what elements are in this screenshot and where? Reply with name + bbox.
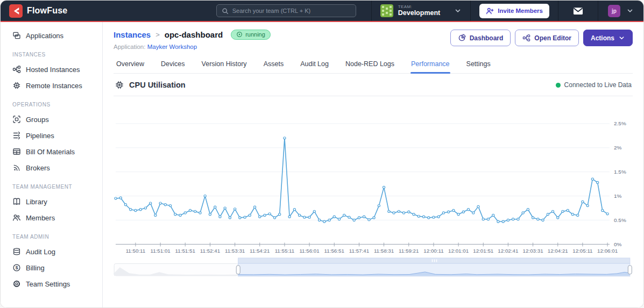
svg-text:2.5%: 2.5% [614,120,626,126]
open-editor-button[interactable]: Open Editor [515,30,579,46]
team-search[interactable] [216,4,356,17]
actions-button-label: Actions [591,34,614,42]
sidebar-item-label: Remote Instances [26,82,82,90]
invite-members-section: Invite Members [470,1,558,21]
sidebar-item-members[interactable]: Members [1,210,102,226]
mail-icon[interactable] [569,5,587,17]
chevron-down-icon [454,7,462,15]
svg-text:11:54:21: 11:54:21 [250,248,270,254]
user-avatar: jp [608,5,620,17]
hosted-instances-icon [12,65,21,74]
svg-text:12:00:11: 12:00:11 [423,248,443,254]
sidebar-item-audit-log[interactable]: Audit Log [1,243,102,260]
tab-version-history[interactable]: Version History [201,57,247,73]
top-navbar: FlowFuse TEAM: Development [1,1,643,21]
panel-title: CPU Utilisation [129,81,186,89]
sidebar-item-applications[interactable]: Applications [1,27,102,44]
chevron-down-icon [618,34,625,41]
brokers-icon [12,163,21,172]
sidebar-item-label: Billing [26,264,45,272]
breadcrumb-separator: > [155,31,160,39]
applications-icon [12,31,21,40]
svg-text:11:56:01: 11:56:01 [299,248,319,254]
team-label: TEAM: [398,4,441,9]
sidebar-section-team-admin: TEAM ADMIN [1,226,102,243]
main-content: Instances > opc-dashboard running Applic… [103,22,643,307]
flowfuse-logo-icon [9,4,23,18]
svg-text:2%: 2% [614,145,622,151]
breadcrumb-instances-link[interactable]: Instances [114,30,151,39]
sidebar-item-label: Applications [26,32,63,40]
application-link[interactable]: Mayker Workshop [147,44,197,50]
live-status-dot-icon [556,83,561,88]
billing-icon: $ [12,263,21,272]
sidebar-item-remote-instances[interactable]: Remote Instances [1,77,102,94]
tab-assets[interactable]: Assets [263,57,285,73]
team-selector[interactable]: TEAM: Development [371,1,471,21]
tab-settings[interactable]: Settings [466,57,491,73]
application-row: Application: Mayker Workshop [114,44,271,50]
sidebar-item-bill-of-materials[interactable]: Bill Of Materials [1,144,102,160]
pipelines-icon [12,131,21,140]
sidebar: ApplicationsINSTANCESHosted InstancesRem… [1,22,103,307]
invite-members-label: Invite Members [498,8,543,14]
brand[interactable]: FlowFuse [1,1,75,21]
cpu-chip-icon [115,80,124,90]
sidebar-item-brokers[interactable]: Brokers [1,160,102,176]
sidebar-item-groups[interactable]: Groups [1,111,102,127]
svg-text:11:50:11: 11:50:11 [126,248,146,254]
dashboard-button[interactable]: Dashboard [450,30,511,46]
brand-name: FlowFuse [27,6,67,16]
svg-text:11:52:41: 11:52:41 [200,248,220,254]
sidebar-item-label: Pipelines [26,132,54,140]
library-icon [12,197,21,206]
tab-performance[interactable]: Performance [411,57,450,73]
sidebar-item-label: Audit Log [26,248,55,256]
tab-node-red-logs[interactable]: Node-RED Logs [345,57,395,73]
sidebar-item-billing[interactable]: $Billing [1,260,102,276]
svg-text:1%: 1% [614,193,622,199]
svg-text:$: $ [16,265,18,270]
svg-text:11:56:51: 11:56:51 [324,248,344,254]
tab-overview[interactable]: Overview [116,57,145,73]
chevron-down-icon [626,7,634,15]
instance-name: opc-dashboard [165,30,223,39]
search-icon [222,8,229,15]
svg-text:0.5%: 0.5% [614,217,626,223]
open-editor-button-label: Open Editor [534,34,571,42]
sidebar-item-library[interactable]: Library [1,194,102,210]
sidebar-item-label: Groups [26,116,49,124]
user-plus-icon [486,7,494,15]
team-settings-icon [12,280,21,288]
members-icon [12,213,21,222]
sidebar-item-label: Members [26,214,55,222]
instance-tabs: OverviewDevicesVersion HistoryAssetsAudi… [114,57,633,74]
sidebar-item-team-settings[interactable]: Team Settings [1,276,102,292]
groups-icon [12,115,21,124]
svg-text:11:59:21: 11:59:21 [399,248,419,254]
tab-devices[interactable]: Devices [160,57,185,73]
sidebar-item-hosted-instances[interactable]: Hosted Instances [1,61,102,77]
status-badge: running [231,30,271,40]
sidebar-item-label: Team Settings [26,280,70,288]
sidebar-section-operations: OPERATIONS [1,94,102,111]
tab-audit-log[interactable]: Audit Log [300,57,329,73]
invite-members-button[interactable]: Invite Members [479,4,549,18]
sidebar-item-label: Hosted Instances [26,66,80,74]
svg-text:12:04:21: 12:04:21 [548,248,568,254]
search-input[interactable] [232,8,351,14]
svg-text:11:57:41: 11:57:41 [349,248,369,254]
sidebar-item-pipelines[interactable]: Pipelines [1,127,102,144]
svg-text:12:01:01: 12:01:01 [448,248,469,254]
svg-text:1.5%: 1.5% [614,169,626,175]
status-badge-label: running [245,31,265,38]
dashboard-button-label: Dashboard [470,34,504,42]
svg-text:11:55:11: 11:55:11 [275,248,295,254]
node-editor-icon [522,34,530,42]
svg-text:11:51:51: 11:51:51 [175,248,195,254]
chart-range-navigator[interactable] [114,257,633,277]
actions-button[interactable]: Actions [583,30,633,46]
svg-text:0%: 0% [614,241,622,247]
pie-chart-icon [458,34,466,42]
user-menu[interactable]: jp [598,1,643,21]
